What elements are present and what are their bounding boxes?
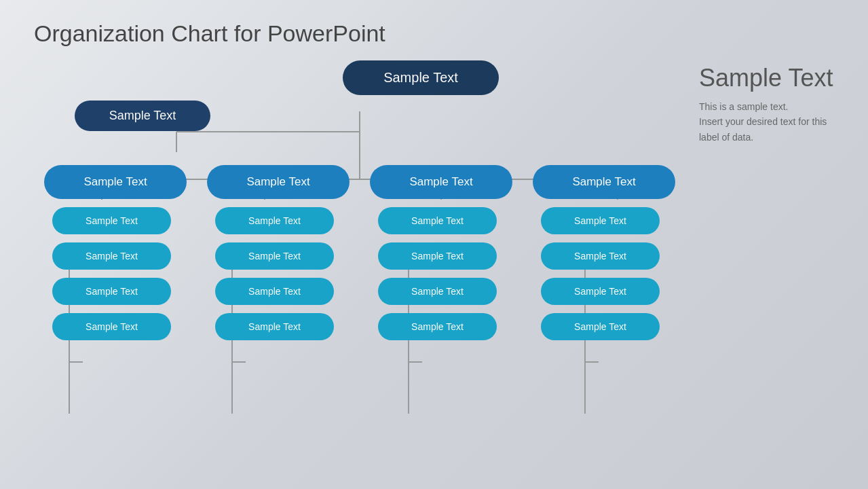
slide: Organization Chart for PowerPoint [0,0,868,489]
col1-header[interactable]: Sample Text [44,165,187,199]
col4-child1[interactable]: Sample Text [541,207,660,234]
col3-child1[interactable]: Sample Text [378,207,497,234]
col1-child4[interactable]: Sample Text [52,313,171,340]
col4-child4[interactable]: Sample Text [541,313,660,340]
info-title: Sample Text [699,64,834,92]
col2-child2[interactable]: Sample Text [215,242,334,270]
col2-child4[interactable]: Sample Text [215,313,334,340]
col2-header[interactable]: Sample Text [207,165,350,199]
col1-child1[interactable]: Sample Text [52,207,171,234]
top-node[interactable]: Sample Text [343,60,499,95]
col3-child2[interactable]: Sample Text [378,242,497,270]
col3-child4[interactable]: Sample Text [378,313,497,340]
second-node[interactable]: Sample Text [75,101,210,131]
col1-child2[interactable]: Sample Text [52,242,171,270]
col2-child1[interactable]: Sample Text [215,207,334,234]
page-title: Organization Chart for PowerPoint [34,20,834,47]
info-panel: Sample Text This is a sample text. Inser… [685,60,834,145]
col4-header[interactable]: Sample Text [533,165,675,199]
col3-child3[interactable]: Sample Text [378,278,497,305]
col4-child2[interactable]: Sample Text [541,242,660,270]
info-description: This is a sample text. Insert your desir… [699,99,834,145]
col3-header[interactable]: Sample Text [370,165,512,199]
col4-child3[interactable]: Sample Text [541,278,660,305]
col1-child3[interactable]: Sample Text [52,278,171,305]
col2-child3[interactable]: Sample Text [215,278,334,305]
